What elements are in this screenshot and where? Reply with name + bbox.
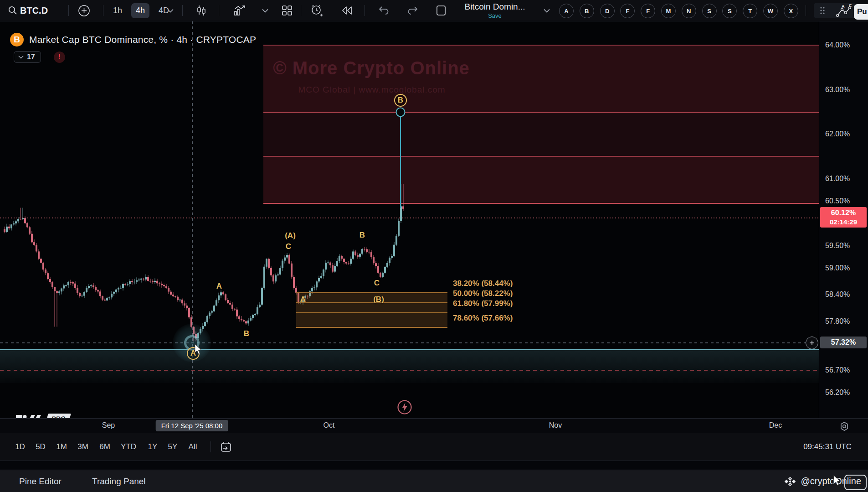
- wave-label-A-0[interactable]: (A): [285, 231, 296, 240]
- price-tick-61.00%: 61.00%: [825, 175, 850, 183]
- style-chevron-icon[interactable]: [260, 0, 271, 21]
- watchlist-letter-X-11[interactable]: X: [784, 4, 798, 18]
- price-tick-63.00%: 63.00%: [825, 86, 850, 94]
- error-alert-icon[interactable]: !: [54, 52, 65, 63]
- range-button-6M[interactable]: 6M: [97, 433, 113, 461]
- fib-label-2: 61.80% (57.99%): [453, 299, 513, 308]
- fib-line-3[interactable]: [296, 327, 447, 328]
- alert-clock-icon[interactable]: [308, 0, 325, 21]
- save-button[interactable]: Save: [488, 12, 502, 19]
- range-button-YTD[interactable]: YTD: [118, 433, 139, 461]
- replay-icon[interactable]: [338, 0, 355, 21]
- watchlist-letter-N-6[interactable]: N: [682, 4, 696, 18]
- watchlist-letter-M-5[interactable]: M: [661, 4, 676, 18]
- price-axis[interactable]: 64.00%63.00%62.00%61.00%60.50%59.50%59.0…: [819, 21, 868, 418]
- tradingview-pro-logo[interactable]: PRO: [15, 412, 70, 418]
- range-button-5Y[interactable]: 5Y: [165, 433, 180, 461]
- wave-label-A-2[interactable]: A: [216, 282, 222, 291]
- last-price-value: 60.12%: [820, 208, 867, 218]
- divider: [365, 5, 365, 16]
- divider: [182, 5, 183, 16]
- add-alert-plus-button[interactable]: [806, 337, 818, 349]
- wave-label-B-3[interactable]: B: [244, 329, 249, 338]
- mouse-cursor: [193, 344, 203, 355]
- alert-dashed-line[interactable]: [0, 370, 819, 371]
- layout-grid-icon[interactable]: [279, 0, 295, 21]
- watchlist-letter-F-4[interactable]: F: [641, 4, 655, 18]
- fib-line-1[interactable]: [296, 302, 447, 303]
- range-button-1Y[interactable]: 1Y: [145, 433, 160, 461]
- price-tick-58.40%: 58.40%: [825, 290, 850, 299]
- range-button-All[interactable]: All: [186, 433, 200, 461]
- crosshair-price-badge: 57.32%: [820, 337, 867, 348]
- indicator-count-button[interactable]: 17: [14, 51, 41, 63]
- event-lightning-icon[interactable]: [396, 399, 413, 415]
- watchlist-letter-D-2[interactable]: D: [600, 4, 615, 18]
- watchlist-letter-A-0[interactable]: A: [559, 4, 574, 18]
- interval-button-1h[interactable]: 1h: [108, 3, 127, 18]
- watchlist-letter-F-3[interactable]: F: [620, 4, 635, 18]
- wave-label-C-1[interactable]: C: [286, 242, 291, 251]
- divider: [806, 5, 806, 16]
- compare-add-icon[interactable]: [77, 0, 91, 21]
- symbol-title-row[interactable]: B Market Cap BTC Dominance, % · 4h · CRY…: [10, 33, 256, 47]
- drawing-anchor-handle[interactable]: [396, 107, 406, 117]
- undo-icon[interactable]: [375, 0, 393, 21]
- watchlist-letter-T-9[interactable]: T: [743, 4, 757, 18]
- wave-label-C-5[interactable]: C: [374, 279, 380, 288]
- drag-handle-icon[interactable]: [817, 0, 828, 21]
- indicators-icon[interactable]: [193, 0, 210, 21]
- publish-button[interactable]: Pu: [854, 4, 868, 20]
- redo-icon[interactable]: [404, 0, 422, 21]
- price-tick-64.00%: 64.00%: [825, 41, 850, 49]
- pine-editor-button[interactable]: Pine Editor: [19, 470, 62, 492]
- range-toolbar: 1D5D1M3M6MYTD1Y5YAll 09:45:31 UTC: [0, 433, 868, 461]
- top-toolbar: BTC.D 1h4h4D: [0, 0, 868, 21]
- layout-chevron-icon[interactable]: [541, 0, 552, 21]
- mouse-cursor-2: [832, 475, 842, 486]
- snapshot-icon[interactable]: [433, 0, 449, 21]
- trading-panel-button[interactable]: Trading Panel: [92, 470, 146, 492]
- wave-label-B-9[interactable]: B: [394, 94, 407, 107]
- range-button-5D[interactable]: 5D: [33, 433, 48, 461]
- range-button-1D[interactable]: 1D: [12, 433, 28, 461]
- utc-clock[interactable]: 09:45:31 UTC: [803, 433, 852, 461]
- candlestick-plot: [0, 21, 819, 418]
- search-icon[interactable]: [6, 0, 19, 21]
- go-to-date-icon[interactable]: [217, 433, 235, 461]
- interval-button-4h[interactable]: 4h: [131, 3, 149, 18]
- chart-style-icon[interactable]: [231, 0, 248, 21]
- elliott-wave-tool-icon[interactable]: A C: [835, 0, 855, 21]
- pro-badge: PRO: [46, 414, 71, 418]
- layout-name: Bitcoin Domin...: [464, 2, 525, 12]
- wave-label-A-6[interactable]: A: [300, 295, 306, 304]
- status-bar: Pine Editor Trading Panel @cryptoOnline: [0, 470, 868, 492]
- time-tick-Nov: Nov: [549, 421, 562, 430]
- bar-countdown: 02:14:29: [820, 218, 867, 226]
- layout-menu[interactable]: Bitcoin Domin... Save: [457, 0, 533, 21]
- watchlist-letter-B-1[interactable]: B: [580, 4, 594, 18]
- watchlist-letter-W-10[interactable]: W: [763, 4, 778, 18]
- symbol-button[interactable]: BTC.D: [20, 0, 48, 21]
- watchlist-letter-S-7[interactable]: S: [702, 4, 717, 18]
- range-button-1M[interactable]: 1M: [53, 433, 70, 461]
- fib-retracement-zone[interactable]: [296, 293, 447, 327]
- fib-line-2[interactable]: [296, 312, 447, 313]
- focus-ring: [844, 475, 867, 490]
- divider: [68, 5, 69, 16]
- mco-diamond-icon: [784, 476, 796, 487]
- chart-pane[interactable]: © More Crypto Online MCO Global | www.mc…: [0, 21, 819, 418]
- fib-line-0[interactable]: [296, 292, 447, 293]
- crosshair-horizontal: [0, 342, 819, 343]
- price-tick-56.20%: 56.20%: [825, 388, 850, 397]
- wave-label-B-4[interactable]: B: [360, 231, 365, 240]
- last-price-line: [0, 218, 819, 218]
- wave-label-B-7[interactable]: (B): [373, 295, 384, 304]
- axis-settings-gear-icon[interactable]: [837, 420, 851, 433]
- watchlist-letter-S-8[interactable]: S: [722, 4, 737, 18]
- chevron-down-icon: [18, 55, 24, 59]
- range-button-3M[interactable]: 3M: [75, 433, 91, 461]
- time-axis[interactable]: SepOctNovDec Fri 12 Sep '25 08:00: [0, 418, 868, 434]
- interval-chevron-icon[interactable]: [165, 0, 176, 21]
- fib-label-3: 78.60% (57.66%): [453, 314, 513, 323]
